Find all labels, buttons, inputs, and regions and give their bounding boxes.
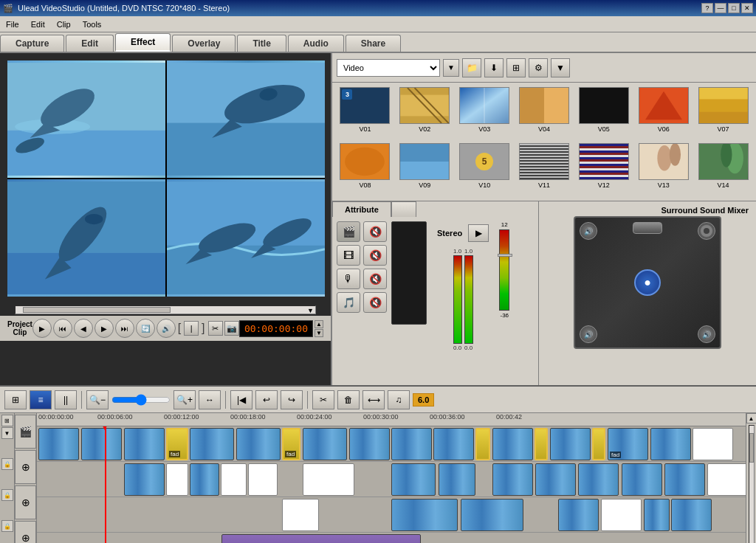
tab-capture[interactable]: Capture [0, 35, 64, 52]
grid-view-btn[interactable]: ⊞ [506, 58, 526, 77]
clip-ov2-7[interactable] [671, 499, 712, 531]
record-btn[interactable]: 6.0 [413, 393, 434, 407]
step-back-button[interactable]: ◀ [74, 319, 93, 338]
zoom-in-btn[interactable]: 🔍+ [173, 390, 196, 409]
transition-auto-btn[interactable]: ⟷ [362, 390, 385, 409]
close-button[interactable]: ✕ [741, 3, 753, 13]
preview-scroll-thumb[interactable] [23, 307, 171, 313]
clip-ov2-3[interactable] [461, 499, 523, 531]
menu-file[interactable]: File [0, 18, 25, 30]
clip-v1-11[interactable] [433, 428, 474, 460]
vscroll-thumb[interactable] [749, 433, 754, 463]
track-label-audio[interactable]: ⊕ [15, 521, 36, 543]
clip-ov1-6[interactable] [303, 463, 354, 496]
fader-handle[interactable] [498, 254, 512, 257]
speaker-top-right[interactable] [698, 222, 715, 240]
fit-btn[interactable]: ↔ [199, 390, 221, 409]
speaker-top-left[interactable]: 🔊 [580, 222, 597, 240]
scroll-down-btn[interactable]: ▼ [307, 307, 314, 314]
music-icon-btn[interactable]: 🎵 [337, 292, 360, 313]
effect-v01[interactable]: 3 V01 [337, 87, 394, 140]
effect-v03[interactable]: V03 [456, 87, 513, 140]
minimize-button[interactable]: — [715, 3, 726, 13]
mark-in-button[interactable]: [ [176, 322, 182, 335]
timecode-up[interactable]: ▲ [315, 320, 323, 328]
overlay-mute-btn[interactable]: 🔇 [363, 245, 387, 266]
clip-v1-10[interactable] [391, 428, 432, 460]
track-label-video1[interactable]: 🎬 [15, 415, 36, 449]
clip-v1-9[interactable] [349, 428, 390, 460]
clip-v1-8[interactable] [303, 428, 347, 460]
split-btn[interactable]: ✂ [312, 390, 334, 409]
add-track-btn[interactable]: ⊞ [1, 415, 13, 426]
clip-ov1-11[interactable] [578, 463, 619, 496]
next-button[interactable]: ⏭ [115, 319, 134, 338]
clip-ov2-2[interactable] [391, 499, 458, 531]
clip-v1-6[interactable] [236, 428, 281, 460]
attr-play-button[interactable]: ▶ [468, 224, 489, 242]
effect-v10[interactable]: 5 V10 [456, 143, 513, 196]
effect-v06[interactable]: V06 [635, 87, 692, 140]
voice-icon-btn[interactable]: 🎙 [337, 269, 360, 289]
speaker-bottom-right[interactable]: 🔊 [698, 325, 715, 343]
speaker-bottom-left[interactable]: 🔊 [580, 325, 597, 343]
clip-ov2-1[interactable] [282, 499, 319, 531]
effect-v07[interactable]: V07 [695, 87, 752, 140]
speaker-top-center[interactable] [633, 222, 662, 234]
tab-title[interactable]: Title [237, 35, 286, 52]
clip-ov1-5[interactable] [248, 463, 278, 496]
mark-out-button[interactable]: ] [200, 322, 206, 335]
menu-edit[interactable]: Edit [25, 18, 51, 30]
clip-ov1-14[interactable] [707, 463, 746, 496]
clip-ov1-7[interactable] [391, 463, 436, 496]
clip-ov1-8[interactable] [439, 463, 475, 496]
surround-tab[interactable] [391, 201, 416, 217]
tab-effect[interactable]: Effect [115, 33, 171, 52]
audio-view-btn[interactable]: || [55, 390, 77, 409]
video-category-select[interactable]: Video [337, 59, 440, 77]
clip-ov1-10[interactable] [535, 463, 576, 496]
clip-ov1-13[interactable] [664, 463, 705, 496]
prev-button[interactable]: ⏮ [53, 319, 72, 338]
effect-v09[interactable]: V09 [396, 143, 453, 196]
clip-v1-16[interactable] [592, 428, 605, 460]
preview-scrollbar[interactable]: ▼ [15, 305, 316, 314]
clip-v1-18[interactable] [650, 428, 691, 460]
menu-tools[interactable]: Tools [77, 18, 108, 30]
effect-v12[interactable]: V12 [575, 143, 632, 196]
video-mute-btn[interactable]: 🔇 [363, 221, 387, 242]
previous-cut-btn[interactable]: |◀ [230, 390, 252, 409]
effect-v08[interactable]: V08 [337, 143, 394, 196]
timecode-down[interactable]: ▼ [315, 329, 323, 337]
lock-track1-btn[interactable]: 🔒 [1, 458, 13, 470]
surround-sound-box[interactable]: 🔊 ● 🔊 🔊 [574, 216, 721, 349]
open-folder-btn[interactable]: 📁 [462, 58, 481, 77]
dropdown-arrow[interactable]: ▼ [443, 59, 459, 77]
clip-v1-14[interactable] [535, 428, 548, 460]
clip-v1-5[interactable] [190, 428, 234, 460]
clip-ov1-1[interactable] [124, 463, 165, 496]
collapse-btn[interactable]: ▼ [1, 427, 13, 439]
play-button[interactable]: ▶ [32, 319, 52, 338]
undo-btn[interactable]: ↩ [255, 390, 278, 409]
lock-track3-btn[interactable]: 🔒 [1, 520, 13, 532]
clip-v1-12[interactable] [475, 428, 490, 460]
effect-v14[interactable]: V14 [695, 143, 752, 196]
video-icon-btn[interactable]: 🎬 [337, 221, 360, 242]
timeline-view-btn[interactable]: ≡ [30, 390, 52, 409]
scissors-icon[interactable]: ✂ [208, 321, 223, 336]
clip-v1-19[interactable] [693, 428, 733, 460]
overlay-icon-btn[interactable]: 🎞 [337, 245, 360, 266]
options-btn[interactable]: ⚙ [529, 58, 548, 77]
clip-ov1-2[interactable] [166, 463, 188, 496]
clip-v1-3[interactable] [124, 428, 165, 460]
mark-in-icon[interactable]: | [184, 321, 199, 336]
tab-overlay[interactable]: Overlay [172, 35, 236, 52]
maximize-button[interactable]: □ [728, 3, 740, 13]
music-mute-btn[interactable]: 🔇 [363, 292, 387, 313]
storyboard-view-btn[interactable]: ⊞ [4, 390, 27, 409]
zoom-out-btn[interactable]: 🔍− [86, 390, 109, 409]
clip-v1-2[interactable] [81, 428, 122, 460]
effect-v02[interactable]: V02 [396, 87, 453, 140]
effect-v11[interactable]: V11 [516, 143, 573, 196]
